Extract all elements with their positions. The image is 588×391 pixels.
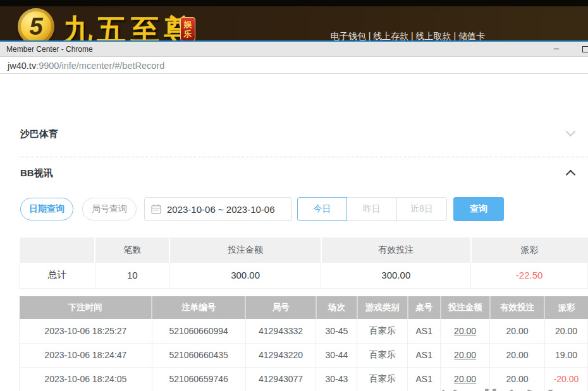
section-bb-video[interactable]: BB视讯: [20, 167, 575, 181]
today-button[interactable]: 今日: [297, 197, 347, 221]
header-order-number: 注单编号: [152, 296, 245, 319]
cell-order-number: 521060660435: [152, 343, 245, 367]
last-8-days-button[interactable]: 近8日: [396, 197, 447, 221]
bet-amount-link[interactable]: 20.00: [441, 343, 490, 367]
header-round-number: 局号: [245, 296, 316, 319]
bet-records-table: 下注时间 注单编号 局号 场次 游戏类别 桌号 投注金额 有效投注 派彩 202…: [19, 296, 588, 391]
header-payout: 派彩: [544, 296, 587, 319]
bet-amount-link[interactable]: 20.00: [441, 367, 490, 391]
summary-valid-bet-value: 300.00: [321, 263, 471, 288]
cell-game-type: 百家乐: [357, 319, 408, 343]
summary-header-count: 笔数: [95, 238, 169, 263]
section-saba-title: 沙巴体育: [20, 128, 58, 139]
summary-header-payout: 派彩: [471, 238, 588, 263]
header-game-type: 游戏类别: [357, 296, 408, 319]
date-query-tab[interactable]: 日期查询: [20, 198, 73, 220]
date-range-value: 2023-10-06 ~ 2023-10-06: [167, 204, 275, 215]
cell-round-number: 412943332: [245, 319, 316, 343]
header-bet-time: 下注时间: [20, 296, 152, 319]
url-path: :9900/infe/mcenter/#/betRecord: [36, 61, 164, 71]
summary-header-row: 笔数 投注金额 有效投注 派彩: [20, 238, 588, 263]
bet-amount-link[interactable]: 20.00: [441, 319, 490, 343]
bet-table-body: 2023-10-06 18:25:27 521060660994 4129433…: [20, 319, 588, 391]
cell-payout: -20.00: [544, 367, 587, 391]
quick-range-group: 今日 昨日 近8日: [297, 197, 447, 221]
chevron-down-icon: [566, 127, 576, 137]
site-nav-links[interactable]: 电子钱包 | 线上存款 | 线上取款 | 储值卡: [331, 31, 485, 40]
brand-logo[interactable]: 九五至尊: [63, 11, 197, 40]
summary-payout-value: -22.50: [471, 263, 588, 288]
cell-session: 30-44: [316, 343, 357, 367]
date-range-input[interactable]: 2023-10-06 ~ 2023-10-06: [144, 197, 292, 221]
summary-header-bet-amount: 投注金额: [169, 238, 321, 263]
cell-round-number: 412943220: [245, 343, 316, 367]
yesterday-button[interactable]: 昨日: [346, 197, 397, 221]
bet-table-header-row: 下注时间 注单编号 局号 场次 游戏类别 桌号 投注金额 有效投注 派彩: [20, 296, 588, 319]
cell-order-number: 521060659746: [152, 367, 245, 391]
url-text: jw40.tv:9900/infe/mcenter/#/betRecord: [8, 61, 164, 71]
calendar-icon: [151, 204, 161, 214]
section-bb-title: BB视讯: [20, 167, 53, 178]
chevron-up-icon: [566, 170, 576, 180]
top-strip: [0, 0, 588, 6]
filter-bar: 日期查询 局号查询 2023-10-06 ~ 2023-10-06 今日 昨日 …: [0, 197, 588, 222]
cell-valid-bet: 20.00: [490, 343, 545, 367]
cell-game-type: 百家乐: [357, 343, 408, 367]
window-titlebar: Member Center - Chrome –: [0, 42, 588, 57]
cell-valid-bet: 20.00: [490, 367, 545, 391]
cell-payout: 20.00: [544, 319, 587, 343]
cell-order-number: 521060660994: [152, 319, 245, 343]
table-row: 2023-10-06 18:25:27 521060660994 4129433…: [20, 319, 588, 343]
cell-game-type: 百家乐: [357, 367, 408, 391]
table-row: 2023-10-06 18:24:47 521060660435 4129432…: [20, 343, 588, 367]
window-title: Member Center - Chrome: [6, 45, 93, 54]
summary-bet-amount-value: 300.00: [169, 263, 321, 288]
site-header: 5 九五至尊 娱乐 电子钱包 | 线上存款 | 线上取款 | 储值卡: [0, 0, 588, 40]
cell-session: 30-45: [316, 319, 357, 343]
chrome-window: Member Center - Chrome – jw40.tv:9900/in…: [0, 40, 588, 391]
cell-table-number: AS1: [408, 343, 441, 367]
cell-table-number: AS1: [408, 367, 441, 391]
header-table-number: 桌号: [408, 296, 441, 319]
cell-valid-bet: 20.00: [490, 319, 545, 343]
summary-total-row: 总计 10 300.00 300.00 -22.50: [20, 263, 588, 288]
maximize-button[interactable]: [582, 46, 588, 52]
cell-round-number: 412943077: [245, 367, 316, 391]
url-host: jw40.tv: [8, 61, 36, 71]
summary-header-valid-bet: 有效投注: [321, 238, 471, 263]
brand-coin-icon: 5: [18, 8, 54, 40]
table-row: 2023-10-06 18:24:05 521060659746 4129430…: [20, 367, 588, 391]
brand-badge: 娱乐: [180, 17, 195, 40]
cell-session: 30-43: [316, 367, 357, 391]
header-bet-amount: 投注金额: [441, 296, 490, 319]
search-button[interactable]: 查询: [453, 197, 504, 221]
cell-bet-time: 2023-10-06 18:24:05: [20, 367, 152, 391]
cell-bet-time: 2023-10-06 18:25:27: [20, 319, 152, 343]
header-session: 场次: [316, 296, 357, 319]
cell-bet-time: 2023-10-06 18:24:47: [20, 343, 152, 367]
summary-total-label: 总计: [20, 263, 95, 288]
section-saba-sports[interactable]: 沙巴体育: [20, 128, 575, 142]
header-valid-bet: 有效投注: [490, 296, 545, 319]
cell-table-number: AS1: [408, 319, 441, 343]
summary-header-blank: [20, 238, 95, 263]
section-divider: [19, 157, 588, 157]
cell-payout: 19.00: [544, 343, 587, 367]
url-bar[interactable]: jw40.tv:9900/infe/mcenter/#/betRecord: [0, 57, 588, 74]
round-query-tab[interactable]: 局号查询: [82, 198, 137, 220]
minimize-button[interactable]: –: [545, 42, 568, 57]
summary-count-value: 10: [95, 263, 169, 288]
summary-table: 笔数 投注金额 有效投注 派彩 总计 10 300.00 300.00 -22.…: [19, 238, 588, 289]
